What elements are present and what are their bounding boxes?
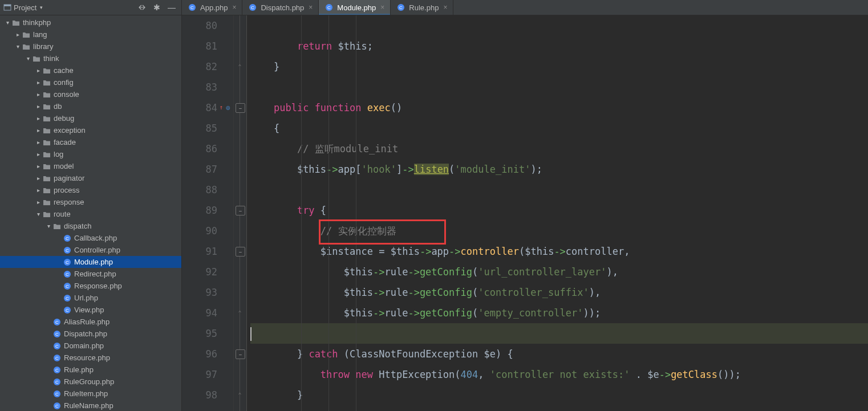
tree-item-route[interactable]: route	[0, 208, 181, 220]
line-number[interactable]: 92	[182, 262, 233, 282]
line-number[interactable]: 90	[182, 221, 233, 241]
expand-arrow-icon[interactable]	[35, 151, 41, 157]
tree-item-domain-php[interactable]: CDomain.php	[0, 340, 181, 352]
fold-column[interactable]: ⌃−−−⌃−⌃	[234, 15, 247, 411]
tree-item-process[interactable]: process	[0, 184, 181, 196]
tree-item-response-php[interactable]: CResponse.php	[0, 280, 181, 292]
line-number[interactable]: 86	[182, 139, 233, 159]
expand-arrow-icon[interactable]	[25, 55, 31, 62]
expand-arrow-icon[interactable]	[35, 175, 41, 181]
line-number[interactable]: 82	[182, 56, 233, 77]
tree-item-lang[interactable]: lang	[0, 29, 181, 40]
tree-item-db[interactable]: db	[0, 100, 181, 112]
override-icon[interactable]: ◎	[226, 97, 230, 118]
expand-arrow-icon[interactable]	[35, 199, 41, 205]
tree-item-redirect-php[interactable]: CRedirect.php	[0, 268, 181, 280]
line-number[interactable]: 93	[182, 282, 233, 303]
tree-item-cache[interactable]: cache	[0, 64, 181, 76]
line-number[interactable]: 88	[182, 180, 233, 200]
code-line[interactable]: $this->rule->getConfig('controller_suffi…	[250, 282, 868, 303]
tree-item-config[interactable]: config	[0, 76, 181, 88]
expand-arrow-icon[interactable]	[5, 19, 10, 26]
expand-arrow-icon[interactable]	[35, 211, 41, 217]
line-number[interactable]: 95	[182, 323, 233, 344]
close-icon[interactable]: ×	[443, 3, 447, 11]
up-arrow-icon[interactable]: ↑	[219, 97, 223, 118]
tree-item-rulename-php[interactable]: CRuleName.php	[0, 400, 181, 411]
line-number[interactable]: 96	[182, 344, 233, 364]
code-line[interactable]: $this->rule->getConfig('empty_controller…	[250, 303, 868, 323]
editor-tab-dispatch-php[interactable]: CDispatch.php×	[242, 0, 319, 15]
tree-item-response[interactable]: response	[0, 196, 181, 208]
code-line[interactable]: throw new HttpException(404, 'controller…	[250, 364, 868, 385]
expand-arrow-icon[interactable]	[35, 187, 41, 193]
tree-item-library[interactable]: library	[0, 40, 181, 52]
tree-item-dispatch-php[interactable]: CDispatch.php	[0, 328, 181, 340]
expand-arrow-icon[interactable]	[15, 43, 21, 50]
tree-item-facade[interactable]: facade	[0, 136, 181, 148]
fold-toggle-icon[interactable]: −	[236, 103, 245, 113]
project-tool-window-title[interactable]: Project ▾	[3, 3, 43, 12]
code-line[interactable]: }	[250, 56, 868, 77]
code-line[interactable]: $instance = $this->app->controller($this…	[250, 241, 868, 262]
tree-item-url-php[interactable]: CUrl.php	[0, 292, 181, 304]
tree-item-thinkphp[interactable]: thinkphp	[0, 17, 181, 29]
expand-arrow-icon[interactable]	[35, 115, 41, 121]
close-icon[interactable]: ×	[232, 3, 236, 11]
tree-item-paginator[interactable]: paginator	[0, 172, 181, 184]
tree-item-think[interactable]: think	[0, 52, 181, 64]
tree-item-debug[interactable]: debug	[0, 112, 181, 124]
gear-icon[interactable]: ✱	[151, 1, 163, 14]
line-number[interactable]: 97	[182, 364, 233, 385]
code-line[interactable]	[250, 15, 868, 36]
expand-arrow-icon[interactable]	[35, 91, 41, 97]
tree-item-aliasrule-php[interactable]: CAliasRule.php	[0, 316, 181, 328]
tree-item-callback-php[interactable]: CCallback.php	[0, 232, 181, 244]
code-line[interactable]: try {	[250, 200, 868, 221]
expand-arrow-icon[interactable]	[35, 103, 41, 109]
fold-toggle-icon[interactable]: −	[236, 247, 245, 257]
editor-tab-app-php[interactable]: CApp.php×	[182, 0, 242, 15]
tree-item-dispatch[interactable]: dispatch	[0, 220, 181, 232]
tree-item-log[interactable]: log	[0, 148, 181, 160]
line-number[interactable]: 91	[182, 241, 233, 262]
tree-item-resource-php[interactable]: CResource.php	[0, 352, 181, 364]
expand-arrow-icon[interactable]	[15, 31, 21, 38]
tree-item-module-php[interactable]: CModule.php	[0, 256, 181, 268]
code-content[interactable]: return $this; } public function exec() {…	[247, 15, 868, 411]
code-line[interactable]: }	[250, 385, 868, 405]
code-line[interactable]: $this->app['hook']->listen('module_init'…	[250, 159, 868, 180]
expand-arrow-icon[interactable]	[35, 79, 41, 86]
code-line[interactable]	[250, 180, 868, 200]
tree-item-rule-php[interactable]: CRule.php	[0, 364, 181, 376]
expand-arrow-icon[interactable]	[35, 139, 41, 145]
code-line[interactable]: // 实例化控制器	[250, 221, 868, 241]
line-number[interactable]: 80	[182, 15, 233, 36]
line-number[interactable]: 84◎↑	[182, 97, 233, 118]
tree-item-console[interactable]: console	[0, 88, 181, 100]
line-number[interactable]: 87	[182, 159, 233, 180]
expand-arrow-icon[interactable]	[35, 67, 41, 74]
code-line[interactable]: // 监听module_init	[250, 139, 868, 159]
collapse-icon[interactable]	[136, 1, 148, 14]
editor-tab-module-php[interactable]: CModule.php×	[319, 0, 391, 15]
tree-item-controller-php[interactable]: CController.php	[0, 244, 181, 256]
tree-item-view-php[interactable]: CView.php	[0, 304, 181, 316]
expand-arrow-icon[interactable]	[35, 127, 41, 133]
editor-tab-rule-php[interactable]: CRule.php×	[391, 0, 453, 15]
code-line[interactable]: $this->rule->getConfig('url_controller_l…	[250, 262, 868, 282]
code-line[interactable]: } catch (ClassNotFoundException $e) {	[250, 344, 868, 364]
close-icon[interactable]: ×	[380, 3, 384, 11]
tree-item-ruleitem-php[interactable]: CRuleItem.php	[0, 388, 181, 400]
code-line[interactable]: public function exec()	[250, 97, 868, 118]
tree-item-model[interactable]: model	[0, 160, 181, 172]
line-number[interactable]: 83	[182, 77, 233, 97]
line-number[interactable]: 81	[182, 36, 233, 56]
expand-arrow-icon[interactable]	[46, 223, 51, 229]
project-tree[interactable]: thinkphplanglibrarythinkcacheconfigconso…	[0, 15, 181, 411]
fold-toggle-icon[interactable]: −	[236, 349, 245, 359]
line-number[interactable]: 94	[182, 303, 233, 323]
tree-item-rulegroup-php[interactable]: CRuleGroup.php	[0, 376, 181, 388]
code-editor[interactable]: 8081828384◎↑8586878889909192939495969798…	[182, 15, 868, 411]
expand-arrow-icon[interactable]	[35, 163, 41, 169]
